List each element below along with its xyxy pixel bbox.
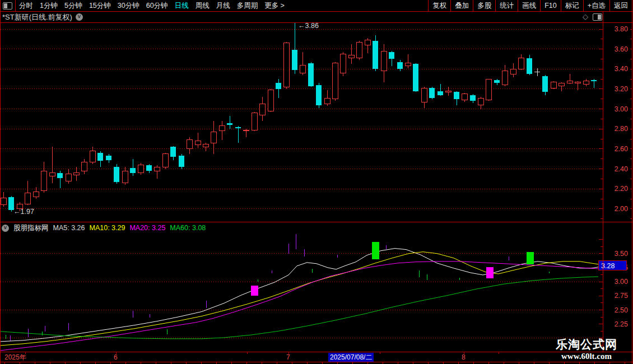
toolbar-right-group: 复权 叠加 多股 统计 画线 F10 标记 +自选 返回 <box>428 0 632 11</box>
adjust-rights-button[interactable]: 复权 <box>428 0 450 11</box>
stock-chart-app: 3.803.603.403.203.002.802.602.402.202.00… <box>0 0 633 364</box>
toolbar: 分时 1分钟 5分钟 15分钟 30分钟 60分钟 日线 周线 月线 多周期 更… <box>0 0 633 11</box>
chevron-down-icon[interactable]: ˅ <box>2 225 9 232</box>
ma60-value: MA60: 3.08 <box>170 224 206 232</box>
stock-title: *ST新研(日线.前复权) <box>2 12 72 22</box>
cursor-date-label: 2025/07/08/二 <box>328 353 374 362</box>
tab-weekly[interactable]: 周线 <box>196 0 210 11</box>
f10-button[interactable]: F10 <box>540 0 561 11</box>
svg-text:2.20: 2.20 <box>615 185 628 193</box>
tab-60min[interactable]: 60分钟 <box>146 0 168 11</box>
bottom-border <box>0 362 633 362</box>
x-axis-label-july: 7 <box>286 353 290 362</box>
tab-15min[interactable]: 15分钟 <box>89 0 111 11</box>
svg-text:3.20: 3.20 <box>615 85 628 93</box>
price-axis-border <box>603 11 603 352</box>
x-axis-label-year: 2025年 <box>4 353 26 362</box>
svg-text:2.50: 2.50 <box>615 306 628 314</box>
svg-text:3.00: 3.00 <box>615 278 628 286</box>
svg-text:2.60: 2.60 <box>615 145 628 153</box>
svg-text:2.40: 2.40 <box>615 165 628 173</box>
statistics-button[interactable]: 统计 <box>495 0 518 11</box>
ma10-value: MA10: 3.29 <box>89 224 125 232</box>
indicator-header: ˅ 股朋指标网 MA5: 3.26 MA10: 3.29 MA20: 3.25 … <box>0 223 206 233</box>
tab-monthly[interactable]: 月线 <box>216 0 230 11</box>
svg-text:3.40: 3.40 <box>615 65 628 73</box>
watermark: 乐淘公式网 www.60lt.com <box>552 337 621 361</box>
right-border <box>632 0 632 364</box>
watermark-url: www.60lt.com <box>552 352 621 361</box>
title-bar: *ST新研(日线.前复权) ˅ <box>0 12 602 22</box>
svg-text:3.50: 3.50 <box>615 250 628 258</box>
svg-text:2.75: 2.75 <box>615 292 628 300</box>
svg-text:2.00: 2.00 <box>615 205 628 213</box>
period-menu: 分时 1分钟 5分钟 15分钟 30分钟 60分钟 日线 周线 月线 多周期 更… <box>19 0 285 11</box>
x-axis-label-august: 8 <box>462 353 466 362</box>
draw-line-button[interactable]: 画线 <box>518 0 540 11</box>
tab-more[interactable]: 更多 > <box>264 0 285 11</box>
svg-text:2.80: 2.80 <box>615 125 628 133</box>
svg-text:←1.97: ←1.97 <box>13 208 34 216</box>
split-pane-icon[interactable] <box>593 13 602 21</box>
layout-toggle-button[interactable] <box>0 0 15 11</box>
watermark-site-name: 乐淘公式网 <box>552 337 621 352</box>
overlay-button[interactable]: 叠加 <box>450 0 473 11</box>
back-button[interactable]: 返回 <box>609 0 632 11</box>
ma20-value: MA20: 3.25 <box>129 224 165 232</box>
tab-5min[interactable]: 5分钟 <box>64 0 82 11</box>
svg-text:3.80: 3.80 <box>615 25 628 33</box>
indicator-name[interactable]: 股朋指标网 <box>13 223 49 233</box>
tab-30min[interactable]: 30分钟 <box>118 0 139 11</box>
tab-timeshare[interactable]: 分时 <box>19 0 33 11</box>
multi-stock-button[interactable]: 多股 <box>473 0 495 11</box>
tab-multiperiod[interactable]: 多周期 <box>237 0 258 11</box>
tab-1min[interactable]: 1分钟 <box>40 0 58 11</box>
svg-text:3.00: 3.00 <box>615 105 628 113</box>
x-axis-label-june: 6 <box>114 353 118 362</box>
svg-text:3.60: 3.60 <box>615 45 628 53</box>
diamond-icon[interactable]: ◇ <box>583 12 588 21</box>
mark-button[interactable]: 标记 <box>561 0 583 11</box>
x-axis-line <box>0 352 633 352</box>
title-right-icons: ◇ <box>583 12 602 21</box>
panel-divider <box>0 222 633 222</box>
titlebar-divider <box>0 22 633 23</box>
left-border <box>0 0 1 364</box>
svg-text:←3.86: ←3.86 <box>298 22 319 30</box>
chevron-down-icon[interactable]: ˅ <box>76 13 83 21</box>
add-watchlist-button[interactable]: +自选 <box>583 0 609 11</box>
ma5-value: MA5: 3.26 <box>53 224 85 232</box>
svg-text:2.25: 2.25 <box>615 320 628 328</box>
chart-canvas[interactable]: 3.803.603.403.203.002.802.602.402.202.00… <box>0 0 633 364</box>
tab-daily[interactable]: 日线 <box>175 0 189 11</box>
split-pane-icon <box>3 2 12 10</box>
